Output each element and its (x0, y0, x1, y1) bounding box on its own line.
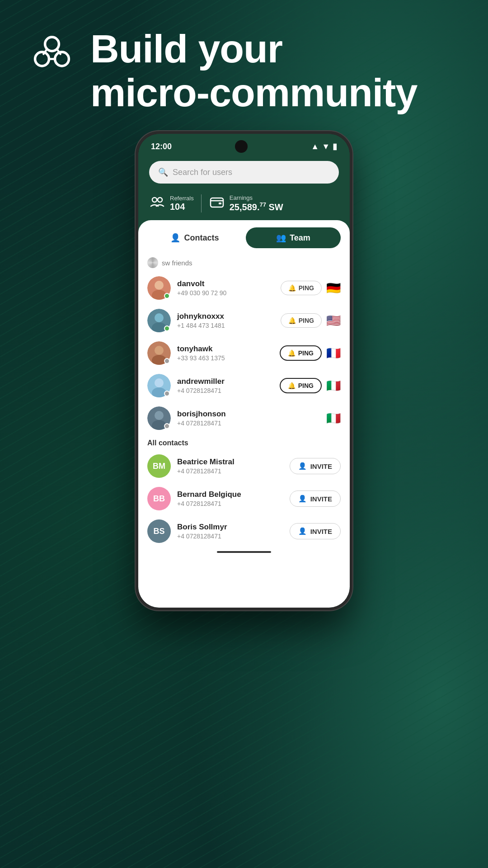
phone-frame: 12:00 ▲ ▼ ▮ 🔍 Search for users (136, 131, 352, 610)
avatar (147, 406, 171, 430)
svg-point-0 (35, 52, 49, 66)
list-item: BM Beatrice Mistral +4 0728128471 👤 INVI… (138, 450, 350, 482)
header-title-line2: micro-community (90, 70, 417, 115)
country-flag: 🇩🇪 (326, 281, 341, 295)
contact-actions: 🔔 PING 🇺🇸 (281, 313, 341, 328)
list-item: BS Boris Sollmyr +4 0728128471 👤 INVITE (138, 515, 350, 547)
person-add-icon: 👤 (298, 495, 307, 503)
contact-phone: +4 0728128471 (177, 420, 320, 427)
avatar (147, 276, 171, 300)
referrals-value: 104 (170, 202, 194, 212)
contact-info: danvolt +49 030 90 72 90 (177, 279, 274, 297)
list-item: BB Bernard Belgique +4 0728128471 👤 INVI… (138, 482, 350, 515)
contact-name: borisjhonson (177, 410, 320, 419)
all-contacts-label: All contacts (138, 434, 350, 450)
contact-phone: +4 0728128471 (177, 387, 273, 394)
earnings-icon (209, 193, 225, 213)
person-add-icon: 👤 (298, 462, 307, 470)
contact-info: borisjhonson +4 0728128471 (177, 410, 320, 427)
country-flag: 🇺🇸 (326, 314, 341, 328)
offline-indicator (164, 391, 170, 396)
svg-point-20 (155, 378, 164, 387)
avatar (147, 374, 171, 397)
contact-phone: +4 0728128471 (177, 467, 283, 475)
ping-button[interactable]: 🔔 PING (281, 281, 322, 295)
referrals-label: Referrals (170, 195, 194, 202)
contact-name: Beatrice Mistral (177, 458, 283, 467)
svg-point-7 (158, 198, 162, 202)
online-indicator (164, 293, 170, 299)
search-placeholder: Search for users (173, 168, 232, 177)
invite-button[interactable]: 👤 INVITE (290, 491, 341, 507)
invite-button[interactable]: 👤 INVITE (290, 458, 341, 474)
avatar: BB (147, 487, 171, 510)
svg-point-6 (152, 198, 157, 202)
header-title-line1: Build your (90, 26, 282, 71)
status-time: 12:00 (151, 142, 172, 151)
svg-point-23 (155, 411, 164, 420)
contact-actions: 🔔 PING 🇮🇹 (280, 378, 341, 393)
contact-name: Bernard Belgique (177, 490, 283, 499)
list-item: tonyhawk +33 93 463 1375 🔔 PING 🇫🇷 (138, 337, 350, 369)
earnings-info: Earnings 25,589.77 SW (230, 194, 283, 212)
camera-notch (235, 140, 248, 153)
contact-actions: 🔔 PING 🇫🇷 (280, 345, 341, 361)
content-card: 👤 Contacts 👥 Team sw friends (138, 220, 350, 608)
invite-button[interactable]: 👤 INVITE (290, 523, 341, 539)
ping-button[interactable]: 🔔 PING (280, 378, 322, 393)
contact-name: Boris Sollmyr (177, 523, 283, 532)
sw-friends-section-label: sw friends (138, 255, 350, 272)
contact-info: tonyhawk +33 93 463 1375 (177, 344, 273, 362)
referrals-info: Referrals 104 (170, 195, 194, 212)
sw-friends-icon (147, 257, 158, 268)
contact-info: andrewmiller +4 0728128471 (177, 377, 273, 394)
search-icon: 🔍 (158, 167, 168, 177)
ping-button[interactable]: 🔔 PING (281, 313, 322, 328)
status-bar: 12:00 ▲ ▼ ▮ (138, 134, 350, 156)
bell-icon: 🔔 (288, 284, 296, 292)
earnings-stat: Earnings 25,589.77 SW (209, 193, 283, 213)
signal-icon: ▲ (311, 142, 319, 151)
contact-actions: 🇮🇹 (326, 411, 341, 425)
online-indicator (164, 326, 170, 331)
contact-name: danvolt (177, 279, 274, 288)
svg-point-1 (55, 52, 69, 66)
wifi-icon: ▼ (322, 142, 330, 151)
contact-actions: 👤 INVITE (290, 491, 341, 507)
country-flag: 🇫🇷 (326, 346, 341, 360)
phone-mockup: 12:00 ▲ ▼ ▮ 🔍 Search for users (136, 131, 352, 610)
tab-team[interactable]: 👥 Team (246, 227, 341, 248)
list-item: borisjhonson +4 0728128471 🇮🇹 (138, 402, 350, 434)
svg-point-14 (155, 313, 164, 322)
earnings-value: 25,589.77 SW (230, 201, 283, 212)
sw-friends-text: sw friends (162, 259, 192, 267)
offline-indicator (164, 423, 170, 429)
status-icons: ▲ ▼ ▮ (311, 142, 337, 151)
team-tab-label: Team (290, 233, 310, 243)
svg-point-17 (155, 346, 164, 355)
contact-actions: 👤 INVITE (290, 458, 341, 474)
tab-contacts[interactable]: 👤 Contacts (147, 227, 242, 248)
country-flag: 🇮🇹 (326, 379, 341, 393)
contact-actions: 👤 INVITE (290, 523, 341, 539)
avatar (147, 341, 171, 365)
svg-rect-8 (211, 198, 223, 207)
search-bar[interactable]: 🔍 Search for users (149, 161, 339, 184)
scroll-indicator (138, 547, 350, 557)
avatar-initials: BS (147, 519, 171, 543)
team-tab-icon: 👥 (276, 233, 286, 243)
contact-info: Bernard Belgique +4 0728128471 (177, 490, 283, 507)
svg-rect-9 (219, 203, 221, 204)
ping-button[interactable]: 🔔 PING (280, 345, 322, 361)
header-text: Build your micro-community (90, 27, 417, 115)
referrals-stat: Referrals 104 (149, 193, 194, 213)
header-area: Build your micro-community (27, 27, 461, 115)
avatar (147, 309, 171, 332)
avatar-initials: BB (147, 487, 171, 510)
list-item: andrewmiller +4 0728128471 🔔 PING 🇮🇹 (138, 369, 350, 402)
search-area: 🔍 Search for users (138, 156, 350, 191)
contact-info: Boris Sollmyr +4 0728128471 (177, 523, 283, 540)
avatar: BM (147, 454, 171, 478)
list-item: danvolt +49 030 90 72 90 🔔 PING 🇩🇪 (138, 272, 350, 304)
contacts-tab-label: Contacts (184, 233, 219, 243)
